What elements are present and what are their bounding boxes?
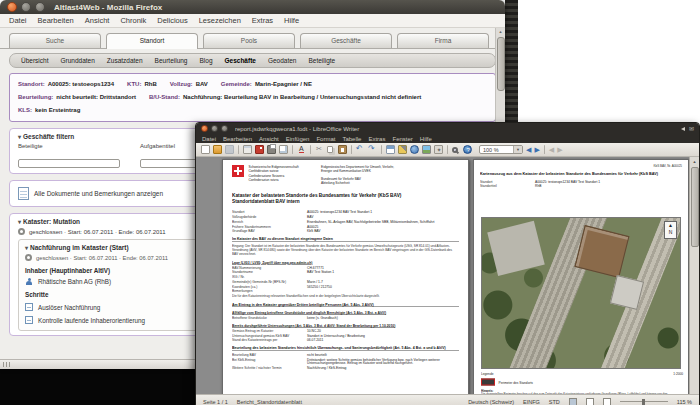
toolbar-icon[interactable] bbox=[386, 145, 395, 154]
app-tab[interactable]: Firma bbox=[397, 33, 489, 48]
menu-item[interactable]: Datei bbox=[9, 16, 27, 25]
toolbar-icon[interactable] bbox=[213, 145, 222, 154]
toolbar-icon[interactable] bbox=[351, 145, 352, 154]
menu-item[interactable]: Einfügen bbox=[286, 136, 310, 142]
toolbar-icon[interactable] bbox=[255, 145, 264, 154]
language-indicator[interactable]: Deutsch (Schweiz) bbox=[468, 399, 514, 405]
writer-titlebar[interactable]: report.jsdwrkqgweora1.fodt - LibreOffice… bbox=[196, 123, 699, 134]
app-tab[interactable]: Pools bbox=[203, 33, 295, 48]
toolbar-icon[interactable] bbox=[463, 145, 472, 154]
toolbar-icon[interactable] bbox=[368, 145, 377, 154]
toolbar-icon[interactable] bbox=[356, 145, 365, 154]
writer-scrollbar[interactable]: ▲ bbox=[689, 157, 699, 394]
toolbar-icon[interactable] bbox=[315, 145, 324, 154]
menu-item[interactable]: Lesezeichen bbox=[199, 16, 241, 25]
maximize-button[interactable] bbox=[221, 125, 228, 132]
menu-item[interactable]: Tabelle bbox=[342, 136, 361, 142]
menu-item[interactable]: Extras bbox=[252, 16, 273, 25]
datasheet-row: Stand des Katastereintrags per 06.07.201… bbox=[232, 338, 459, 342]
book-view-icon[interactable] bbox=[603, 398, 611, 405]
toolbar-icon[interactable] bbox=[338, 145, 347, 154]
scrollbar-thumb[interactable] bbox=[497, 37, 505, 91]
menu-item[interactable]: Chronik bbox=[120, 16, 146, 25]
scroll-up-icon[interactable]: ▲ bbox=[496, 28, 505, 36]
back-arrow-icon[interactable]: ◀ bbox=[526, 145, 531, 154]
menu-item[interactable]: Hilfe bbox=[284, 16, 299, 25]
next-page-icon[interactable]: ▶ bbox=[557, 145, 562, 154]
toolbar-icon[interactable] bbox=[434, 145, 443, 154]
toolbar-icon[interactable] bbox=[292, 145, 293, 154]
toolbar-icon[interactable] bbox=[410, 145, 419, 154]
toolbar-icon[interactable] bbox=[381, 145, 382, 154]
row-value: 10.NC.20 bbox=[307, 329, 459, 333]
toolbar-icon[interactable] bbox=[243, 145, 252, 154]
menu-item[interactable]: Hilfe bbox=[420, 136, 432, 142]
forward-arrow-icon[interactable]: ▶ bbox=[534, 145, 539, 154]
sub-navigation: ÜbersichtGrunddatenZusatzdatenBeurteilun… bbox=[9, 53, 496, 68]
toolbar-icon[interactable] bbox=[398, 145, 407, 154]
kataster-status-text: geschlossen · Start: 06.07.2011 · Ende: … bbox=[29, 229, 166, 235]
toolbar-icon[interactable] bbox=[279, 145, 288, 154]
zoom-slider[interactable] bbox=[620, 401, 668, 402]
menu-item[interactable]: Format bbox=[316, 136, 335, 142]
toolbar-icon[interactable] bbox=[327, 146, 333, 153]
beteiligte-label: Beteiligte bbox=[18, 143, 120, 149]
beteiligte-input[interactable] bbox=[18, 159, 120, 168]
speaker-icon[interactable] bbox=[681, 127, 685, 131]
inhaber-name[interactable]: Rhätische Bahn AG (RhB) bbox=[38, 278, 111, 285]
minimize-button[interactable] bbox=[211, 125, 218, 132]
toolbar-icon[interactable] bbox=[297, 145, 306, 154]
row-label: Standort bbox=[232, 210, 307, 214]
toolbar-icon[interactable] bbox=[225, 145, 234, 154]
nachfuehrung-status-text: geschlossen · Start: 06.07.2011 · Ende: … bbox=[36, 255, 168, 261]
toolbar-icon[interactable] bbox=[447, 145, 448, 154]
menu-item[interactable]: Ansicht bbox=[85, 16, 110, 25]
subnav-item[interactable]: Zusatzdaten bbox=[107, 57, 143, 64]
toolbar-icon[interactable] bbox=[310, 145, 311, 154]
zoom-level[interactable]: 115 % bbox=[677, 399, 692, 405]
toolbar-icon[interactable] bbox=[238, 145, 239, 154]
subnav-item[interactable]: Grunddaten bbox=[60, 57, 94, 64]
zoom-combobox[interactable]: 100 % ▼ bbox=[479, 145, 523, 154]
chevron-down-icon[interactable]: ▼ bbox=[513, 146, 522, 153]
close-button[interactable] bbox=[7, 2, 17, 12]
prev-page-icon[interactable]: ◀ bbox=[549, 145, 554, 154]
selection-mode[interactable]: STD bbox=[549, 399, 560, 405]
scroll-up-icon[interactable]: ▲ bbox=[690, 157, 699, 166]
subnav-item[interactable]: Beteiligte bbox=[309, 57, 336, 64]
page-indicator[interactable]: Seite 1 / 1 bbox=[203, 399, 228, 405]
menu-item[interactable]: Extras bbox=[368, 136, 385, 142]
minimize-button[interactable] bbox=[21, 2, 31, 12]
close-button[interactable] bbox=[201, 125, 208, 132]
subnav-item[interactable]: Geschäfte bbox=[225, 57, 256, 64]
subnav-item[interactable]: Übersicht bbox=[21, 57, 48, 64]
scrollbar-thumb[interactable] bbox=[691, 167, 699, 247]
menu-item[interactable]: Ansicht bbox=[259, 136, 279, 142]
toolbar-icon[interactable] bbox=[452, 147, 458, 153]
app-tab[interactable]: Suche bbox=[9, 33, 101, 48]
app-tab[interactable]: Standort bbox=[106, 33, 198, 49]
toolbar-icon[interactable] bbox=[201, 145, 210, 154]
document-page-2[interactable]: KbS BAV, Nr. A00025 Kartenauszug aus dem… bbox=[473, 159, 689, 394]
toolbar-icon[interactable] bbox=[267, 145, 276, 154]
document-page-1[interactable]: Schweizerische EidgenossenschaftConfédér… bbox=[222, 159, 469, 394]
multi-page-view-icon[interactable] bbox=[586, 398, 594, 405]
subnav-item[interactable]: Blog bbox=[199, 57, 212, 64]
page-style[interactable]: Bericht_Standortdatenblatt bbox=[237, 399, 302, 405]
row-label: Grundlage BAV bbox=[232, 229, 307, 233]
maximize-button[interactable] bbox=[35, 2, 45, 12]
app-tab[interactable]: Geschäfte bbox=[300, 33, 392, 48]
menu-item[interactable]: Bearbeiten bbox=[223, 136, 252, 142]
subnav-item[interactable]: Geodaten bbox=[268, 57, 297, 64]
resize-grip[interactable] bbox=[3, 362, 11, 367]
menu-item[interactable]: Bearbeiten bbox=[38, 16, 74, 25]
firefox-titlebar[interactable]: Altlast4Web - Mozilla Firefox bbox=[0, 0, 505, 14]
mail-icon[interactable]: ✉ bbox=[689, 125, 694, 132]
menu-item[interactable]: Delicious bbox=[157, 16, 187, 25]
toolbar-icon[interactable] bbox=[422, 145, 431, 154]
subnav-item[interactable]: Beurteilung bbox=[155, 57, 188, 64]
insert-mode[interactable]: EINFG bbox=[523, 399, 540, 405]
menu-item[interactable]: Fenster bbox=[392, 136, 412, 142]
menu-item[interactable]: Datei bbox=[202, 136, 216, 142]
single-page-view-icon[interactable] bbox=[569, 398, 577, 405]
